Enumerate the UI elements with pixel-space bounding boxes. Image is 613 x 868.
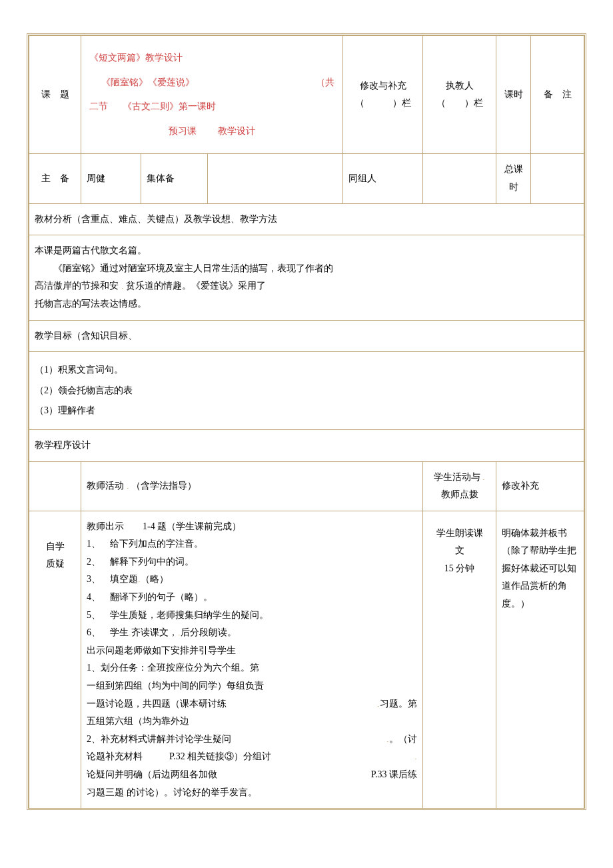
process-hdr-c2: 教师活动 ․ （含学法指导） — [81, 461, 423, 511]
dot-icon: ․ — [127, 482, 129, 490]
row2-c3: 集体备 — [141, 154, 208, 203]
col-period: 课时 — [496, 36, 531, 154]
process-rowlabel: 自学 质疑 — [29, 511, 81, 808]
process-hdr-c4: 修改补充 — [496, 461, 584, 511]
title-line3-right: 《古文二则》第一课时 — [123, 101, 216, 111]
col-teacher: 执教人 （ ）栏 — [423, 36, 496, 154]
col-modify: 修改与补充 （ ）栏 — [343, 36, 423, 154]
process-title: 教学程序设计 — [29, 429, 584, 461]
process-c2: 教师出示 1-4 题（学生课前完成） 1、 给下列加点的字注音。 2、 解释下列… — [81, 511, 423, 808]
process-c4: 明确体裁并板书 （除了帮助学生把 握好体裁还可以知 道作品赏析的角 度。） — [496, 511, 584, 808]
title-line4-right: 教学设计 — [218, 126, 255, 136]
dot-icon: ․ — [414, 753, 417, 761]
row2-empty2 — [423, 154, 496, 203]
title-cell: 《短文两篇》教学设计 《陋室铭》《爱莲说》 （共 二节 《古文二则》第一课时 预… — [81, 36, 343, 154]
row2-empty3 — [531, 154, 584, 203]
row2-c1: 主 备 — [29, 154, 81, 203]
objectives-title: 教学目标（含知识目标、 — [29, 320, 584, 352]
objectives-content: （1）积累文言词句。 （2）领会托物言志的表 （3）理解作者 — [29, 352, 584, 430]
analysis-content: 本课是两篇古代散文名篇。 《陋室铭》通过对陋室环境及室主人日常生活的描写，表现了… — [29, 235, 584, 320]
title-line2-left: 《陋室铭》《爱莲说》 — [101, 77, 195, 87]
process-c3: 学生朗读课 文 15 分钟 — [423, 511, 496, 808]
process-hdr-empty — [29, 461, 81, 511]
analysis-title: 教材分析（含重点、难点、关键点）及教学设想、教学方法 — [29, 203, 584, 235]
title-line2-right: （共 — [316, 74, 334, 92]
title-line1: 《短文两篇》教学设计 — [89, 53, 183, 63]
title-line4-left: 预习课 — [169, 126, 197, 136]
label-topic: 课 题 — [29, 36, 81, 154]
process-hdr-c3: 学生活动与 ․ 教师点拨 — [423, 461, 496, 511]
row2-c5: 总课时 — [496, 154, 531, 203]
dot-icon: ․ — [482, 473, 485, 481]
col-remark: 备 注 — [531, 36, 584, 154]
dot-icon: ․ — [121, 283, 124, 291]
row2-c2: 周健 — [81, 154, 141, 203]
row2-empty1 — [208, 154, 343, 203]
row2-c4: 同组人 — [343, 154, 423, 203]
title-line3-left: 二节 — [89, 101, 108, 111]
